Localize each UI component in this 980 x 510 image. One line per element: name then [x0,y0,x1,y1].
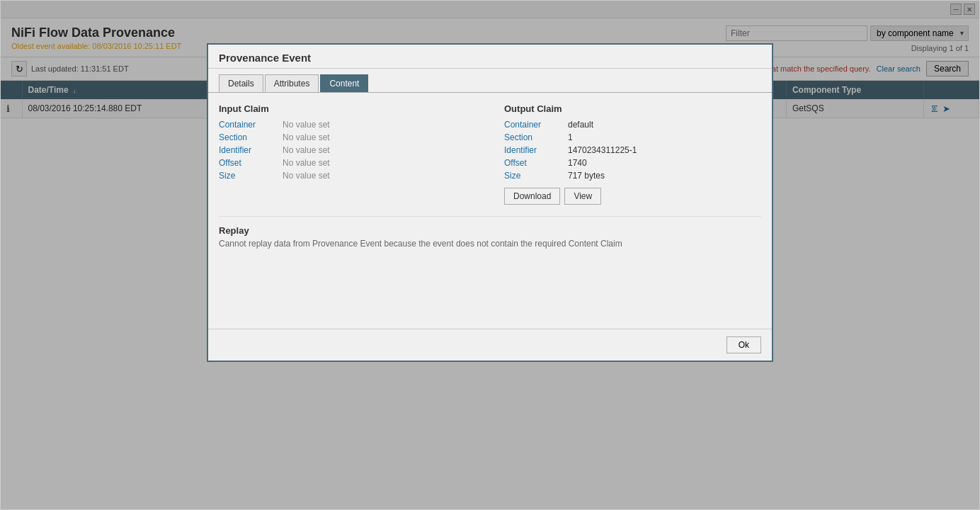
modal-title: Provenance Event [219,52,761,64]
tab-content[interactable]: Content [320,74,368,92]
output-claim-actions: Download View [504,188,761,205]
claims-row: Input Claim Container No value set Secti… [219,103,761,205]
output-offset-label: Offset [504,158,568,168]
output-claim-title: Output Claim [504,103,761,114]
main-window: ─ ✕ NiFi Flow Data Provenance Oldest eve… [0,0,980,510]
output-container-label: Container [504,120,568,130]
modal-footer: Ok [208,329,772,361]
replay-section: Replay Cannot replay data from Provenanc… [219,216,761,249]
input-size-field: Size No value set [219,171,476,181]
output-section-value: 1 [568,132,573,142]
input-offset-value: No value set [283,158,330,168]
input-identifier-label: Identifier [219,145,283,155]
output-identifier-value: 1470234311225-1 [568,145,637,155]
output-size-value: 717 bytes [568,171,605,181]
input-identifier-value: No value set [283,145,330,155]
input-section-field: Section No value set [219,132,476,142]
provenance-event-modal: Provenance Event Details Attributes Cont… [207,43,773,362]
input-container-label: Container [219,120,283,130]
output-section-label: Section [504,132,568,142]
output-section-field: Section 1 [504,132,761,142]
modal-overlay: Provenance Event Details Attributes Cont… [1,1,979,509]
input-section-value: No value set [283,132,330,142]
input-container-value: No value set [283,120,330,130]
output-identifier-label: Identifier [504,145,568,155]
tab-attributes[interactable]: Attributes [265,74,319,92]
output-offset-field: Offset 1740 [504,158,761,168]
tab-details[interactable]: Details [219,74,263,92]
output-size-field: Size 717 bytes [504,171,761,181]
output-container-value: default [568,120,593,130]
output-claim-section: Output Claim Container default Section 1… [504,103,761,205]
output-offset-value: 1740 [568,158,587,168]
input-size-label: Size [219,171,283,181]
input-claim-section: Input Claim Container No value set Secti… [219,103,476,205]
view-button[interactable]: View [564,188,601,205]
download-button[interactable]: Download [504,188,560,205]
ok-button[interactable]: Ok [727,336,761,353]
output-size-label: Size [504,171,568,181]
input-claim-title: Input Claim [219,103,476,114]
output-identifier-field: Identifier 1470234311225-1 [504,145,761,155]
input-size-value: No value set [283,171,330,181]
input-offset-field: Offset No value set [219,158,476,168]
input-identifier-field: Identifier No value set [219,145,476,155]
replay-title: Replay [219,225,761,236]
modal-header: Provenance Event [208,45,772,69]
input-section-label: Section [219,132,283,142]
input-container-field: Container No value set [219,120,476,130]
modal-body: Input Claim Container No value set Secti… [208,93,772,329]
output-container-field: Container default [504,120,761,130]
input-offset-label: Offset [219,158,283,168]
replay-message: Cannot replay data from Provenance Event… [219,239,761,249]
modal-tabs: Details Attributes Content [208,69,772,93]
